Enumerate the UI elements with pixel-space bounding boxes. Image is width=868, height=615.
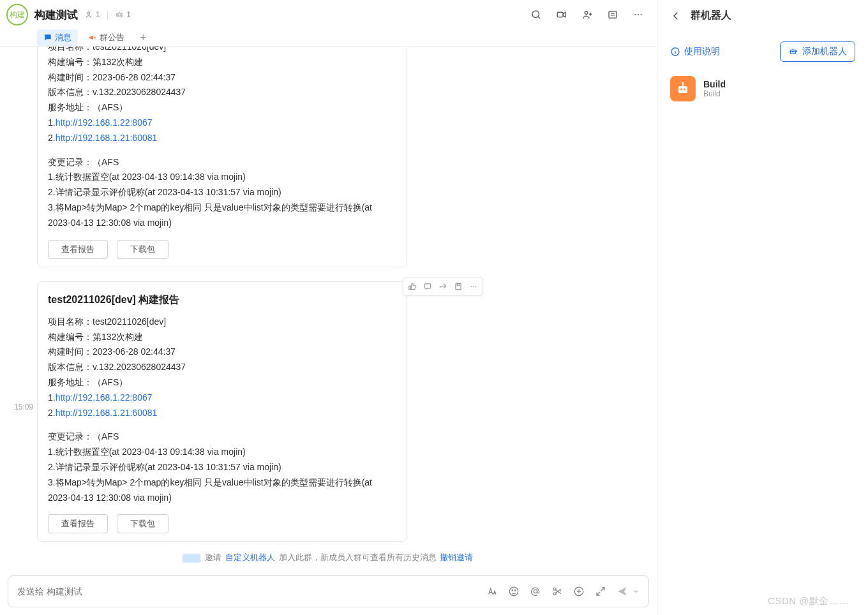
svg-rect-11 — [424, 283, 430, 288]
member-count[interactable]: 1 — [84, 10, 100, 19]
label: 版本信息： — [48, 362, 93, 372]
service-link-2[interactable]: http://192.168.1.21:60081 — [56, 408, 158, 418]
bot-name: Build — [703, 79, 726, 89]
send-icon[interactable] — [617, 586, 628, 597]
label: 构建编号： — [48, 332, 93, 342]
chat-bubble-icon — [43, 33, 52, 42]
svg-point-13 — [471, 286, 472, 287]
value: （AFS） — [93, 377, 128, 387]
download-button[interactable]: 下载包 — [117, 240, 168, 259]
user-icon — [84, 10, 93, 19]
megaphone-icon — [88, 33, 97, 42]
svg-point-18 — [515, 590, 516, 591]
bookmark-icon[interactable] — [451, 279, 466, 294]
tab-messages-label: 消息 — [55, 32, 71, 43]
robot-link[interactable]: 自定义机器人 — [225, 552, 275, 562]
message-input[interactable] — [17, 586, 476, 596]
forward-icon[interactable] — [435, 279, 451, 294]
side-panel-title: 群机器人 — [691, 9, 731, 22]
service-link-1[interactable]: http://192.168.1.22:8067 — [56, 117, 153, 128]
video-icon[interactable] — [556, 9, 567, 20]
service-link-1[interactable]: http://192.168.1.22:8067 — [56, 392, 153, 403]
svg-point-8 — [634, 14, 636, 15]
label: 版本信息： — [48, 87, 93, 97]
message-time: 15:09 — [9, 281, 33, 542]
revoke-invite-link[interactable]: 撤销邀请 — [440, 552, 473, 562]
svg-point-31 — [682, 82, 684, 84]
value: test20211026[dev] — [93, 47, 166, 52]
usage-link[interactable]: 使用说明 — [670, 46, 720, 57]
add-robot-button[interactable]: 添加机器人 — [780, 41, 855, 62]
changelog-item: 2.详情记录显示评价昵称(at 2023-04-13 10:31:57 via … — [48, 460, 396, 475]
value: 第132次构建 — [93, 57, 143, 67]
view-report-button[interactable]: 查看报告 — [48, 240, 108, 259]
changelog-item: 1.统计数据置空(at 2023-04-13 09:14:38 via moji… — [48, 445, 396, 460]
label: 服务地址： — [48, 102, 93, 112]
search-icon[interactable] — [530, 9, 542, 20]
add-tab-button[interactable]: + — [135, 31, 152, 45]
mention-icon[interactable] — [530, 586, 541, 597]
emoji-icon[interactable] — [508, 586, 520, 597]
back-icon[interactable] — [670, 10, 682, 22]
card-title: test20211026[dev] 构建报告 — [48, 291, 396, 308]
expand-icon[interactable] — [595, 586, 606, 597]
value: v.132.20230628024437 — [93, 87, 186, 97]
build-report-card: test20211026[dev] 构建报告 项目名称：test20211026… — [37, 281, 407, 542]
download-button[interactable]: 下载包 — [117, 514, 168, 533]
plus-circle-icon[interactable] — [573, 586, 585, 597]
tab-messages[interactable]: 消息 — [37, 29, 78, 46]
svg-rect-30 — [682, 84, 684, 86]
scissors-icon[interactable] — [551, 586, 563, 597]
label: 构建编号： — [48, 57, 93, 67]
member-count-value: 1 — [96, 10, 100, 19]
bot-description: Build — [703, 89, 726, 98]
svg-point-20 — [553, 588, 556, 590]
svg-point-0 — [87, 12, 90, 15]
side-panel: 群机器人 使用说明 添加机器人 Build Build — [657, 0, 868, 615]
font-icon[interactable] — [486, 586, 498, 597]
changelog-item: 2.详情记录显示评价昵称(at 2023-04-13 10:31:57 via … — [48, 185, 396, 200]
blurred-name — [183, 554, 200, 563]
value: （AFS — [93, 431, 119, 441]
svg-point-3 — [120, 15, 121, 15]
panel-icon[interactable] — [607, 9, 618, 20]
svg-rect-5 — [557, 12, 563, 17]
message-composer — [8, 575, 649, 607]
bot-list-item[interactable]: Build Build — [670, 76, 855, 101]
bot-count[interactable]: 1 — [115, 10, 131, 19]
label: 构建时间： — [48, 346, 93, 357]
link-prefix: 1. — [48, 392, 56, 403]
build-report-card: 项目名称：test20211026[dev] 构建编号：第132次构建 构建时间… — [37, 47, 407, 267]
chevron-down-icon[interactable] — [632, 588, 640, 595]
svg-point-2 — [118, 15, 119, 15]
value: test20211026[dev] — [93, 316, 166, 327]
label: 构建时间： — [48, 72, 93, 82]
bot-avatar — [670, 76, 696, 101]
svg-point-15 — [475, 286, 477, 287]
more-icon[interactable] — [466, 279, 481, 294]
system-message: 撤销了入群邀请， 自定义机器人 被移出群聊 — [0, 571, 657, 572]
add-user-icon[interactable] — [581, 9, 593, 20]
value: 2023-06-28 02:44:37 — [93, 346, 176, 357]
changelog-item: 3.将Map>转为Map> 2个map的key相同 只是value中list对象… — [48, 200, 396, 231]
tabs: 消息 群公告 + — [6, 26, 650, 46]
reply-icon[interactable] — [420, 279, 435, 294]
svg-rect-12 — [456, 283, 461, 289]
text: 加入此群，新成员入群可查看所有历史消息 — [279, 552, 439, 562]
info-icon — [670, 47, 680, 57]
value: （AFS） — [93, 102, 128, 112]
svg-point-6 — [585, 11, 588, 15]
add-robot-label: 添加机器人 — [802, 46, 847, 57]
svg-point-9 — [638, 14, 639, 15]
message-row: 项目名称：test20211026[dev] 构建编号：第132次构建 构建时间… — [0, 47, 657, 270]
like-icon[interactable] — [405, 279, 420, 294]
more-icon[interactable] — [632, 9, 644, 20]
tab-announce[interactable]: 群公告 — [82, 29, 131, 46]
value: 2023-06-28 02:44:37 — [93, 72, 176, 82]
label: 服务地址： — [48, 377, 93, 387]
view-report-button[interactable]: 查看报告 — [48, 514, 108, 533]
service-link-2[interactable]: http://192.168.1.21:60081 — [56, 133, 158, 143]
robot-icon — [115, 10, 124, 19]
svg-point-26 — [793, 51, 794, 52]
label: 变更记录： — [48, 431, 93, 441]
